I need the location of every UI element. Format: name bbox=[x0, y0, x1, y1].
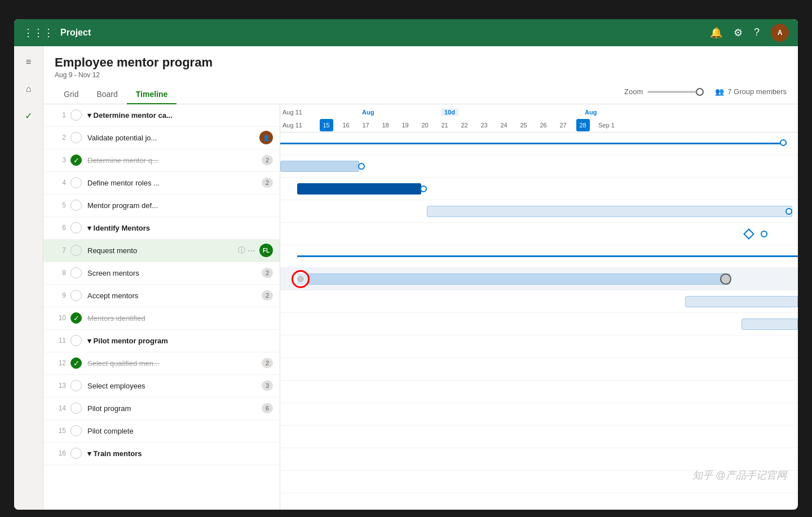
gantt-row-1 bbox=[280, 132, 798, 155]
task-status-empty[interactable] bbox=[70, 109, 82, 121]
row-number: 2 bbox=[50, 134, 66, 142]
table-row: 3 ✓ Determine mentor q... 2 bbox=[43, 149, 280, 172]
table-row: 9 Accept mentors 2 bbox=[43, 285, 280, 307]
gantt-row-15 bbox=[280, 448, 798, 471]
table-row: 14 Pilot program 6 bbox=[43, 397, 280, 420]
date-cell-aug11-spacer: Aug 11 bbox=[283, 122, 316, 129]
tab-grid[interactable]: Grid bbox=[55, 85, 87, 104]
body-split: 1 ▾ Determine mentor ca... 2 Validate po… bbox=[43, 104, 798, 510]
gantt-row-13 bbox=[280, 403, 798, 426]
date-cell-21: 21 bbox=[435, 122, 454, 129]
row-number: 15 bbox=[50, 427, 66, 435]
top-bar-actions: 🔔 ⚙ ? A bbox=[710, 24, 789, 42]
project-title: Employee mentor program bbox=[55, 55, 787, 70]
gantt-row-10 bbox=[280, 335, 798, 358]
task-status-empty[interactable] bbox=[70, 267, 82, 279]
gantt-bar-6-line bbox=[297, 255, 798, 257]
row-number: 4 bbox=[50, 179, 66, 187]
task-status-empty[interactable] bbox=[70, 222, 82, 233]
settings-icon[interactable]: ⚙ bbox=[734, 26, 743, 39]
task-badge: 2 bbox=[262, 178, 273, 188]
group-members-count: 7 Group members bbox=[727, 87, 787, 96]
date-cell-16: 16 bbox=[336, 122, 356, 129]
gantt-row-12 bbox=[280, 381, 798, 403]
task-status-completed[interactable]: ✓ bbox=[70, 357, 82, 369]
date-cell-19: 19 bbox=[395, 122, 415, 129]
task-status-empty[interactable] bbox=[70, 200, 82, 211]
zoom-thumb bbox=[696, 88, 704, 96]
gantt-row-4 bbox=[280, 200, 798, 223]
task-name: Mentor program def... bbox=[87, 201, 273, 210]
date-cell-28: 28 bbox=[576, 119, 590, 131]
tab-timeline[interactable]: Timeline bbox=[127, 85, 177, 104]
task-badge: 3 bbox=[262, 381, 273, 391]
tab-board[interactable]: Board bbox=[87, 85, 126, 104]
row-number: 11 bbox=[50, 337, 66, 344]
task-status-completed[interactable]: ✓ bbox=[70, 312, 82, 324]
sidebar-home[interactable]: ⌂ bbox=[17, 78, 40, 100]
table-row: 8 Screen mentors 2 bbox=[43, 262, 280, 285]
aug11-label: Aug 11 bbox=[283, 109, 316, 116]
row-number: 12 bbox=[50, 359, 66, 367]
task-name: Determine mentor q... bbox=[87, 156, 257, 165]
task-status-completed[interactable]: ✓ bbox=[70, 154, 82, 166]
gantt-connector-2 bbox=[358, 163, 365, 170]
task-badge: 2 bbox=[262, 268, 273, 278]
task-status-empty[interactable] bbox=[70, 335, 82, 346]
more-icon[interactable]: ⋯ bbox=[248, 246, 255, 255]
task-name: ▾ Determine mentor ca... bbox=[87, 111, 273, 120]
date-cell-27: 27 bbox=[553, 122, 573, 129]
table-row: 12 ✓ Select qualified men... 2 bbox=[43, 352, 280, 375]
row-number: 10 bbox=[50, 314, 66, 322]
timeline-area: Aug 11 Aug 10d Aug Aug 11 15 bbox=[280, 104, 798, 510]
sidebar-hamburger[interactable]: ≡ bbox=[17, 51, 40, 73]
table-row: 15 Pilot complete bbox=[43, 420, 280, 443]
group-members-icon: 👥 bbox=[715, 87, 724, 96]
task-status-empty[interactable] bbox=[70, 177, 82, 188]
grid-icon[interactable]: ⋮⋮⋮ bbox=[23, 26, 54, 39]
task-name: Pilot complete bbox=[87, 427, 273, 435]
gantt-row-6 bbox=[280, 245, 798, 268]
interval-label: 10d bbox=[441, 108, 458, 116]
help-icon[interactable]: ? bbox=[754, 26, 760, 38]
row-number: 3 bbox=[50, 156, 66, 164]
row-number: 1 bbox=[50, 111, 66, 119]
group-members[interactable]: 👥 7 Group members bbox=[715, 87, 787, 96]
task-status-empty[interactable] bbox=[70, 448, 82, 459]
task-list: 1 ▾ Determine mentor ca... 2 Validate po… bbox=[43, 104, 280, 510]
timeline-label-row: Aug 11 Aug 10d Aug bbox=[280, 107, 798, 118]
app-window: ⋮⋮⋮ Project 🔔 ⚙ ? A ≡ ⌂ ✓ Employee mento… bbox=[14, 19, 798, 510]
date-cell-15: 15 bbox=[320, 119, 333, 131]
zoom-slider[interactable] bbox=[647, 91, 704, 93]
table-row: 13 Select employees 3 bbox=[43, 375, 280, 397]
task-status-empty[interactable] bbox=[70, 380, 82, 391]
gantt-bar-9 bbox=[742, 319, 798, 330]
bell-icon[interactable]: 🔔 bbox=[710, 26, 722, 39]
avatar[interactable]: A bbox=[771, 24, 789, 42]
timeline-rows: 知乎 @产品手记官网 bbox=[280, 132, 798, 493]
task-badge: 2 bbox=[262, 358, 273, 368]
gantt-circle-1 bbox=[780, 139, 787, 146]
table-row: 6 ▾ Identify Mentors bbox=[43, 217, 280, 240]
task-status-empty[interactable] bbox=[70, 132, 82, 143]
gantt-circle-3 bbox=[420, 185, 427, 192]
row-number: 13 bbox=[50, 382, 66, 390]
task-name: Mentors identified bbox=[87, 314, 273, 322]
sidebar-checkmark[interactable]: ✓ bbox=[17, 105, 40, 127]
task-status-empty[interactable] bbox=[70, 403, 82, 414]
table-row: 11 ▾ Pilot mentor program bbox=[43, 330, 280, 352]
task-name: Pilot program bbox=[87, 404, 257, 413]
table-row: 4 Define mentor roles ... 2 bbox=[43, 172, 280, 195]
top-bar: ⋮⋮⋮ Project 🔔 ⚙ ? A bbox=[14, 19, 798, 46]
table-row: 5 Mentor program def... bbox=[43, 195, 280, 217]
header-right: Zoom 👥 7 Group members bbox=[624, 87, 787, 100]
main-content: ≡ ⌂ ✓ Employee mentor program Aug 9 - No… bbox=[14, 46, 798, 510]
gantt-endpoint-7 bbox=[720, 273, 731, 285]
task-status-empty[interactable] bbox=[70, 290, 82, 301]
task-status-empty[interactable] bbox=[70, 425, 82, 436]
task-status-empty[interactable] bbox=[70, 245, 82, 256]
gantt-circle-4 bbox=[785, 208, 792, 215]
date-cell-25: 25 bbox=[514, 122, 533, 129]
row-number: 9 bbox=[50, 291, 66, 299]
table-row: 2 Validate potential jo... 👤 bbox=[43, 127, 280, 149]
